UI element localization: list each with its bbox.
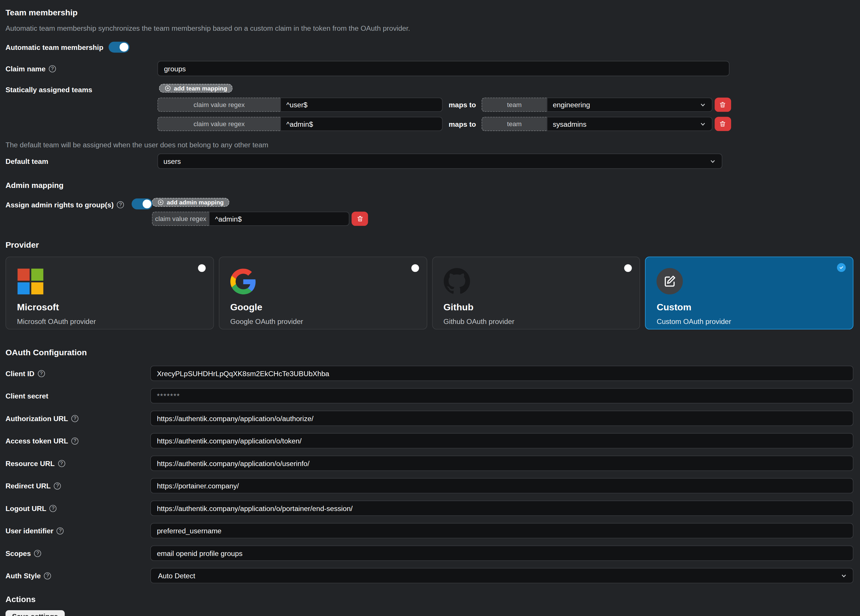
scopes-input[interactable] <box>150 545 853 561</box>
resource-url-input[interactable] <box>150 456 853 471</box>
add-team-mapping-label: add team mapping <box>174 85 227 92</box>
resource-url-label: Resource URL <box>6 459 55 467</box>
automatic-team-membership-label: Automatic team membership <box>6 43 103 51</box>
chevron-down-icon <box>699 121 706 128</box>
team-membership-description: Automatic team membership synchronizes t… <box>6 24 853 32</box>
provider-card-google[interactable]: Google Google OAuth provider <box>219 257 427 329</box>
google-logo-icon <box>230 268 256 295</box>
chevron-down-icon <box>699 101 706 108</box>
default-team-value: users <box>163 157 181 165</box>
team-tag: team <box>481 117 547 131</box>
claim-name-input[interactable] <box>157 61 730 76</box>
auth-style-value: Auto Detect <box>158 572 195 580</box>
claim-value-regex-tag: claim value regex <box>157 117 280 131</box>
claim-value-regex-input[interactable] <box>280 117 443 131</box>
help-icon[interactable]: ? <box>44 572 51 580</box>
client-secret-input[interactable] <box>150 388 853 403</box>
help-icon[interactable]: ? <box>54 482 61 489</box>
client-id-input[interactable] <box>150 366 853 381</box>
delete-mapping-button[interactable] <box>715 117 731 131</box>
team-select-value: sysadmins <box>553 120 586 128</box>
provider-radio[interactable] <box>411 264 419 272</box>
client-secret-label: Client secret <box>6 392 49 400</box>
oauth-configuration-title: OAuth Configuration <box>6 348 853 357</box>
scopes-label: Scopes <box>6 549 31 557</box>
claim-value-regex-input[interactable] <box>280 97 443 112</box>
authorization-url-label: Authorization URL <box>6 414 68 422</box>
provider-card-description: Google OAuth provider <box>230 317 415 325</box>
maps-to-label: maps to <box>449 120 476 128</box>
provider-card-name: Google <box>230 302 415 313</box>
provider-card-description: Microsoft OAuth provider <box>17 317 202 325</box>
statically-assigned-teams-label: Statically assigned teams <box>6 86 92 94</box>
provider-card-name: Microsoft <box>17 302 202 313</box>
team-membership-title: Team membership <box>6 8 853 17</box>
add-admin-mapping-label: add admin mapping <box>167 199 224 205</box>
redirect-url-input[interactable] <box>150 478 853 493</box>
logout-url-input[interactable] <box>150 501 853 516</box>
provider-card-custom[interactable]: Custom Custom OAuth provider <box>645 257 853 329</box>
delete-admin-mapping-button[interactable] <box>352 212 368 226</box>
edit-logo-icon <box>657 268 683 295</box>
auth-style-select[interactable]: Auto Detect <box>150 568 853 583</box>
delete-mapping-button[interactable] <box>715 97 731 112</box>
provider-card-github[interactable]: Github Github OAuth provider <box>432 257 640 329</box>
provider-card-name: Github <box>443 302 628 313</box>
plus-circle-icon <box>157 199 164 205</box>
claim-value-regex-tag: claim value regex <box>152 212 209 226</box>
help-icon[interactable]: ? <box>38 370 45 377</box>
save-settings-button[interactable]: Save settings <box>6 610 65 616</box>
help-icon[interactable]: ? <box>71 437 78 445</box>
default-team-note: The default team will be assigned when t… <box>6 141 853 149</box>
help-icon[interactable]: ? <box>56 527 64 534</box>
add-admin-mapping-button[interactable]: add admin mapping <box>152 198 229 207</box>
provider-card-name: Custom <box>657 302 842 313</box>
provider-radio[interactable] <box>625 264 632 272</box>
provider-title: Provider <box>6 240 853 249</box>
authorization-url-input[interactable] <box>150 411 853 426</box>
chevron-down-icon <box>709 157 716 165</box>
claim-value-regex-tag: claim value regex <box>157 97 280 112</box>
help-icon[interactable]: ? <box>58 460 65 467</box>
team-select[interactable]: sysadmins <box>547 117 712 131</box>
admin-regex-input[interactable] <box>209 212 349 226</box>
chevron-down-icon <box>840 572 847 580</box>
assign-admin-rights-label: Assign admin rights to group(s) <box>6 201 114 208</box>
toggle-knob <box>120 42 129 51</box>
auth-style-label: Auth Style <box>6 572 41 580</box>
access-token-url-label: Access token URL <box>6 437 68 445</box>
claim-name-label: Claim name <box>6 64 46 72</box>
provider-cards: Microsoft Microsoft OAuth provider Googl… <box>6 257 853 329</box>
help-icon[interactable]: ? <box>71 415 78 422</box>
help-icon[interactable]: ? <box>49 65 56 72</box>
automatic-team-membership-toggle[interactable] <box>109 42 130 53</box>
admin-mapping-title: Admin mapping <box>6 181 853 190</box>
actions-title: Actions <box>6 594 853 603</box>
team-mapping-row: claim value regex maps to team sysadmins <box>157 117 731 131</box>
team-select-value: engineering <box>553 100 590 109</box>
help-icon[interactable]: ? <box>34 550 41 557</box>
selected-check-icon <box>837 263 846 272</box>
default-team-select[interactable]: users <box>157 154 722 169</box>
plus-circle-icon <box>165 85 171 92</box>
add-team-mapping-button[interactable]: add team mapping <box>159 84 233 92</box>
provider-card-description: Github OAuth provider <box>443 317 628 325</box>
help-icon[interactable]: ? <box>117 201 124 208</box>
team-select[interactable]: engineering <box>547 97 712 112</box>
trash-icon <box>719 101 727 108</box>
access-token-url-input[interactable] <box>150 433 853 448</box>
help-icon[interactable]: ? <box>50 505 57 512</box>
maps-to-label: maps to <box>449 100 476 109</box>
user-identifier-input[interactable] <box>150 523 853 538</box>
provider-radio[interactable] <box>198 264 206 272</box>
trash-icon <box>719 120 727 128</box>
client-id-label: Client ID <box>6 369 35 377</box>
provider-card-description: Custom OAuth provider <box>657 317 842 325</box>
assign-admin-rights-toggle[interactable] <box>132 198 152 209</box>
microsoft-logo-icon <box>17 268 44 295</box>
provider-card-microsoft[interactable]: Microsoft Microsoft OAuth provider <box>6 257 214 329</box>
team-tag: team <box>481 97 547 112</box>
team-mapping-row: claim value regex maps to team engineeri… <box>157 97 731 112</box>
redirect-url-label: Redirect URL <box>6 482 51 490</box>
default-team-label: Default team <box>6 157 49 165</box>
